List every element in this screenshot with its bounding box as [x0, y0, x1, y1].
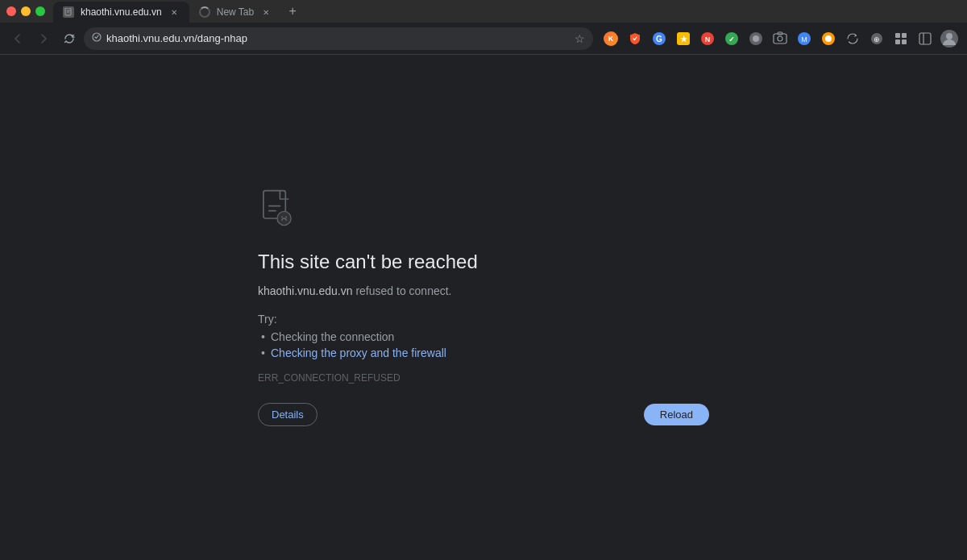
svg-point-30 [946, 33, 952, 39]
extension-icon-4[interactable] [745, 27, 767, 50]
svg-rect-0 [65, 8, 71, 15]
error-title: This site can't be reached [258, 251, 709, 273]
tab-title-khaothi: khaothi.vnu.edu.vn [81, 6, 162, 18]
address-bar[interactable]: khaothi.vnu.edu.vn/dang-nhap ☆ [84, 27, 593, 50]
error-domain: khaothi.vnu.edu.vn [258, 284, 353, 297]
tab-close-new[interactable]: ✕ [260, 6, 272, 18]
extension-icon-7[interactable] [817, 27, 840, 50]
svg-text:N: N [705, 35, 711, 44]
new-tab-button[interactable]: + [281, 0, 304, 23]
extension-icon-1[interactable]: ★ [672, 27, 695, 50]
extension-icon-5[interactable] [769, 27, 791, 50]
details-button[interactable]: Details [258, 403, 317, 426]
svg-rect-23 [895, 33, 900, 38]
profile-avatar[interactable] [938, 27, 961, 50]
svg-text:✓: ✓ [728, 35, 735, 44]
error-subtitle: khaothi.vnu.edu.vn refused to connect. [258, 283, 709, 300]
tab-close-khaothi[interactable]: ✕ [168, 6, 180, 18]
sync-icon[interactable] [841, 27, 864, 50]
error-subtitle-suffix: refused to connect. [353, 284, 452, 297]
error-code: ERR_CONNECTION_REFUSED [258, 372, 709, 384]
traffic-lights [6, 6, 45, 16]
reload-button[interactable] [58, 27, 81, 50]
extension-icon-8[interactable]: ⊕ [865, 27, 888, 50]
tab-khaothi[interactable]: khaothi.vnu.edu.vn ✕ [53, 2, 189, 23]
extension-icon-2[interactable]: N [696, 27, 719, 50]
minimize-window-button[interactable] [21, 6, 31, 16]
tabs-area: khaothi.vnu.edu.vn ✕ New Tab ✕ + [53, 0, 944, 23]
maximize-window-button[interactable] [35, 6, 45, 16]
kagi-extension-icon[interactable]: K [600, 27, 622, 50]
lock-icon [92, 32, 102, 44]
reload-button[interactable]: Reload [644, 404, 709, 425]
error-buttons: Details Reload [258, 403, 709, 426]
svg-rect-14 [774, 34, 786, 44]
tab-new[interactable]: New Tab ✕ [189, 2, 281, 23]
error-try-label: Try: [258, 313, 709, 326]
svg-point-15 [778, 36, 782, 41]
svg-text:★: ★ [680, 35, 688, 44]
toolbar-icons: K G ★ N [600, 27, 961, 50]
back-button[interactable] [6, 27, 29, 50]
svg-point-13 [753, 35, 759, 42]
svg-rect-26 [902, 39, 907, 44]
error-container: This site can't be reached khaothi.vnu.e… [258, 173, 709, 442]
svg-text:M: M [801, 35, 807, 44]
svg-point-20 [825, 35, 832, 42]
proxy-firewall-link[interactable]: Checking the proxy and the firewall [271, 346, 446, 359]
svg-text:G: G [656, 35, 662, 44]
forward-button[interactable] [32, 27, 55, 50]
error-icon [258, 189, 709, 231]
error-page: This site can't be reached khaothi.vnu.e… [0, 55, 967, 560]
extension-icon-3[interactable]: ✓ [720, 27, 743, 50]
svg-rect-24 [902, 33, 907, 38]
svg-text:⊕: ⊕ [874, 35, 880, 44]
tab-title-new: New Tab [217, 6, 254, 18]
suggestion-connection: Checking the connection [271, 330, 709, 343]
google-extension-icon[interactable]: G [648, 27, 670, 50]
address-text: khaothi.vnu.edu.vn/dang-nhap [106, 32, 570, 44]
brave-shield-icon[interactable] [624, 27, 646, 50]
extensions-button[interactable] [890, 27, 912, 50]
svg-point-36 [285, 216, 287, 218]
svg-point-35 [281, 216, 283, 218]
suggestion-proxy[interactable]: Checking the proxy and the firewall [271, 346, 709, 359]
tab-loading-spinner [199, 6, 210, 18]
navbar: khaothi.vnu.edu.vn/dang-nhap ☆ K G [0, 23, 967, 55]
sidebar-button[interactable] [914, 27, 936, 50]
svg-rect-25 [895, 39, 900, 44]
bookmark-icon[interactable]: ☆ [575, 32, 585, 45]
error-suggestions: Checking the connection Checking the pro… [258, 330, 709, 359]
titlebar: khaothi.vnu.edu.vn ✕ New Tab ✕ + [0, 0, 967, 23]
close-window-button[interactable] [6, 6, 16, 16]
svg-rect-27 [919, 33, 931, 44]
extension-icon-6[interactable]: M [793, 27, 816, 50]
tab-favicon-khaothi [63, 6, 74, 18]
